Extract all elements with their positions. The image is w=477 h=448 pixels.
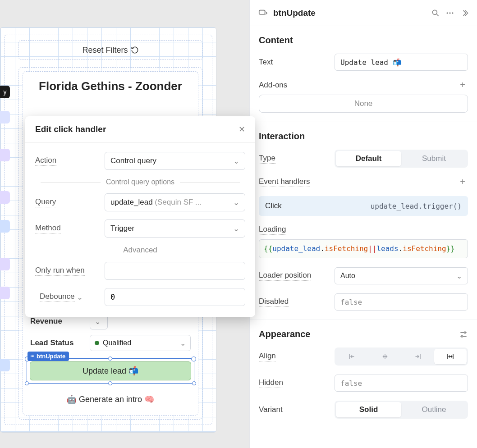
reload-icon bbox=[131, 46, 139, 54]
addons-label: Add-ons bbox=[259, 81, 329, 90]
lead-title: Florida Gethins - Zoonder bbox=[23, 72, 198, 98]
text-input[interactable]: Update lead 📬 bbox=[335, 54, 468, 71]
update-button-selection[interactable]: Update lead 📬 bbox=[27, 358, 194, 384]
event-code: update_lead.trigger() bbox=[371, 202, 462, 210]
disabled-value: false bbox=[340, 298, 362, 306]
loader-position-select[interactable]: Auto ⌄ bbox=[335, 267, 468, 284]
loader-position-value: Auto bbox=[340, 272, 355, 280]
disabled-input[interactable]: false bbox=[335, 293, 468, 311]
variant-option-solid[interactable]: Solid bbox=[336, 402, 401, 417]
edge-cell bbox=[0, 359, 10, 371]
only-run-when-label: Only run when bbox=[35, 266, 105, 276]
query-value: update_lead bbox=[110, 198, 153, 206]
variant-label: Variant bbox=[259, 405, 329, 414]
svg-point-7 bbox=[432, 10, 437, 14]
chevron-down-icon: ⌄ bbox=[95, 317, 101, 326]
svg-point-12 bbox=[461, 335, 463, 337]
align-stretch-icon[interactable] bbox=[434, 349, 467, 364]
event-handler-row[interactable]: Click update_lead.trigger() bbox=[259, 196, 468, 216]
event-handlers-label: Event handlers bbox=[259, 177, 329, 187]
edit-click-handler-modal: Edit click handler ✕ Action Control quer… bbox=[25, 116, 255, 317]
edge-cell bbox=[0, 220, 10, 233]
section-interaction: Interaction bbox=[259, 131, 468, 142]
debounce-input[interactable] bbox=[105, 288, 245, 306]
inspector-component-name: btnUpdate bbox=[273, 8, 426, 18]
only-run-when-input[interactable] bbox=[105, 262, 245, 280]
component-icon bbox=[258, 8, 268, 18]
advanced-divider: Advanced bbox=[35, 246, 245, 255]
debounce-label: Debounce ⌄ bbox=[35, 292, 105, 302]
hidden-value: false bbox=[340, 379, 362, 388]
variant-segmented[interactable]: Solid Outline bbox=[335, 401, 468, 419]
lead-status-value: Qualified bbox=[103, 339, 131, 347]
control-query-divider: Control query options bbox=[35, 178, 245, 186]
generate-intro-label: 🤖 Generate an intro 🧠 bbox=[67, 395, 154, 404]
more-icon[interactable] bbox=[445, 9, 454, 18]
disabled-label: Disabled bbox=[259, 297, 329, 307]
edge-cell bbox=[0, 191, 10, 204]
reset-filters-button[interactable]: Reset Filters bbox=[18, 40, 202, 60]
lead-status-select[interactable]: Qualified ⌄ bbox=[90, 335, 191, 351]
chevron-down-icon: ⌄ bbox=[180, 339, 186, 347]
action-value: Control query bbox=[110, 156, 156, 165]
action-select[interactable]: Control query ⌄ bbox=[105, 152, 245, 170]
type-label: Type bbox=[259, 154, 329, 164]
svg-point-4 bbox=[32, 356, 33, 357]
loader-position-label: Loader position bbox=[259, 271, 329, 281]
method-value: Trigger bbox=[110, 224, 134, 233]
event-name: Click bbox=[265, 201, 282, 210]
variant-option-outline[interactable]: Outline bbox=[401, 402, 467, 417]
align-label: Align bbox=[259, 352, 329, 361]
section-content: Content bbox=[259, 35, 468, 46]
query-source: (Sequin SF ... bbox=[155, 198, 202, 206]
svg-rect-6 bbox=[259, 10, 265, 14]
text-label: Text bbox=[259, 58, 329, 67]
add-event-handler-button[interactable]: + bbox=[457, 177, 468, 187]
chevron-down-icon: ⌄ bbox=[456, 272, 462, 280]
expand-icon[interactable] bbox=[460, 9, 469, 18]
svg-point-8 bbox=[447, 12, 448, 14]
align-center-icon[interactable] bbox=[369, 349, 402, 364]
svg-point-1 bbox=[32, 355, 33, 356]
edge-cell: y bbox=[0, 86, 10, 98]
update-lead-button[interactable]: Update lead 📬 bbox=[30, 361, 191, 380]
type-segmented[interactable]: Default Submit bbox=[335, 150, 468, 168]
svg-point-10 bbox=[452, 12, 453, 14]
modal-header: Edit click handler ✕ bbox=[25, 116, 255, 143]
chevron-down-icon: ⌄ bbox=[233, 224, 239, 233]
query-select[interactable]: update_lead (Sequin SF ... ⌄ bbox=[105, 193, 245, 211]
generate-intro-button[interactable]: 🤖 Generate an intro 🧠 bbox=[30, 394, 191, 404]
close-icon[interactable]: ✕ bbox=[238, 124, 245, 134]
revenue-label: Revenue bbox=[30, 317, 84, 326]
svg-point-5 bbox=[33, 356, 34, 357]
edge-cell bbox=[0, 258, 10, 270]
hidden-input[interactable]: false bbox=[335, 375, 468, 392]
method-select[interactable]: Trigger ⌄ bbox=[105, 219, 245, 238]
lead-status-label: Lead Status bbox=[30, 338, 84, 347]
selection-badge[interactable]: btnUpdate bbox=[28, 352, 69, 361]
svg-point-3 bbox=[31, 356, 32, 357]
type-option-submit[interactable]: Submit bbox=[401, 151, 467, 166]
svg-point-9 bbox=[449, 12, 450, 14]
search-icon[interactable] bbox=[431, 9, 440, 18]
method-label: Method bbox=[35, 224, 105, 233]
modal-title: Edit click handler bbox=[35, 124, 106, 134]
chevron-down-icon: ⌄ bbox=[233, 156, 239, 166]
loading-expression-input[interactable]: {{update_lead.isFetching||leads.isFetchi… bbox=[259, 239, 468, 258]
query-label: Query bbox=[35, 197, 105, 207]
addons-none[interactable]: None bbox=[259, 95, 468, 113]
status-dot-icon bbox=[95, 341, 99, 345]
add-addon-button[interactable]: + bbox=[457, 80, 468, 90]
lead-status-row: Lead Status Qualified ⌄ bbox=[30, 335, 191, 351]
text-value: Update lead 📬 bbox=[340, 58, 402, 67]
inspector-panel: btnUpdate Content Text Update lead 📬 Add… bbox=[249, 0, 477, 448]
align-left-icon[interactable] bbox=[336, 349, 369, 364]
align-segmented[interactable] bbox=[335, 347, 468, 366]
hidden-label: Hidden bbox=[259, 378, 329, 388]
svg-point-11 bbox=[464, 332, 466, 333]
align-right-icon[interactable] bbox=[401, 349, 434, 364]
reset-filters-label: Reset Filters bbox=[82, 46, 128, 55]
settings-sliders-icon[interactable] bbox=[459, 330, 468, 339]
type-option-default[interactable]: Default bbox=[336, 151, 401, 166]
edge-cell bbox=[0, 287, 10, 299]
